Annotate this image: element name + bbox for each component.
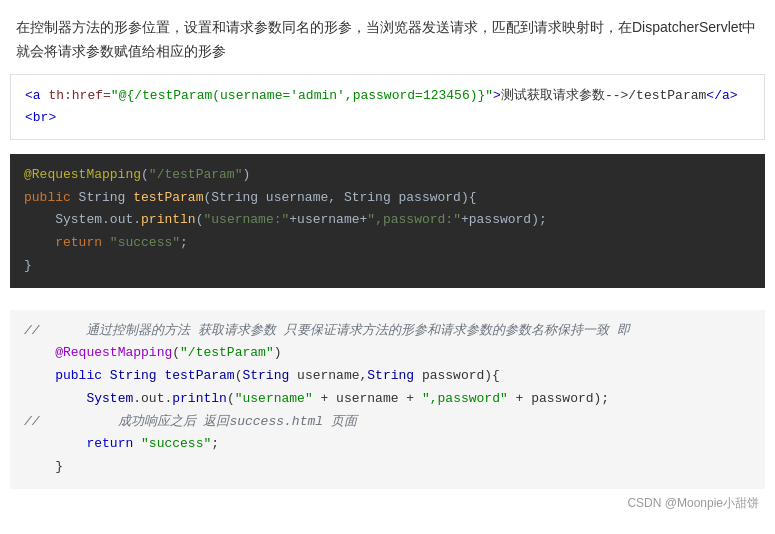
section-divider xyxy=(0,302,775,310)
request-mapping-ann: @RequestMapping xyxy=(55,345,172,360)
kw-public: public xyxy=(55,368,110,383)
println-method: println xyxy=(141,212,196,227)
str1: "username:" xyxy=(203,212,289,227)
code-line-1: @RequestMapping("/testParam") xyxy=(24,164,751,187)
keyword-public: public xyxy=(24,190,79,205)
return-semi: ; xyxy=(211,436,219,451)
str-username: "username" xyxy=(235,391,313,406)
system-class: System xyxy=(55,212,102,227)
code-line-2: public String testParam(String username,… xyxy=(24,187,751,210)
ret-type: String xyxy=(110,368,165,383)
method-sig-line: public String testParam(String username,… xyxy=(24,365,751,388)
code-line-3: System.out.println("username:"+username+… xyxy=(24,209,751,232)
semicolon: ; xyxy=(180,235,188,250)
str2: ",password:" xyxy=(367,212,461,227)
code-block-java-dark: @RequestMapping("/testParam") public Str… xyxy=(10,154,765,288)
code-line-4: return "success"; xyxy=(24,232,751,255)
watermark: CSDN @Moonpie小甜饼 xyxy=(0,489,775,516)
str-password: ",password" xyxy=(422,391,508,406)
type-string: String xyxy=(79,190,134,205)
plain2: ) xyxy=(242,167,250,182)
param-type1: String xyxy=(211,190,266,205)
param-name1: username, xyxy=(266,190,344,205)
keyword-return: return xyxy=(55,235,110,250)
annotation: @RequestMapping xyxy=(24,167,141,182)
dot2: . xyxy=(133,212,141,227)
indent-method xyxy=(24,368,55,383)
println-lt: println xyxy=(172,391,227,406)
param-n1: username, xyxy=(297,368,367,383)
plus-lt1: + username + xyxy=(313,391,422,406)
plus1: +username+ xyxy=(289,212,367,227)
indent-println xyxy=(24,391,86,406)
intro-text: 在控制器方法的形参位置，设置和请求参数同名的形参，当浏览器发送请求，匹配到请求映… xyxy=(16,16,759,64)
code-block-html: <a th:href="@{/testParam(username='admin… xyxy=(10,74,765,140)
return-line: return "success"; xyxy=(24,433,751,456)
comment-text-1: // 通过控制器的方法 获取请求参数 只要保证请求方法的形参和请求参数的参数名称… xyxy=(24,323,630,338)
link-text: 测试获取请求参数-->/testParam xyxy=(501,88,706,103)
closing-brace-line: } xyxy=(24,456,751,479)
string: "/testParam" xyxy=(149,167,243,182)
intro-text-section: 在控制器方法的形参位置，设置和请求参数同名的形参，当浏览器发送请求，匹配到请求映… xyxy=(0,10,775,74)
dot1: . xyxy=(102,212,110,227)
watermark-text: CSDN @Moonpie小甜饼 xyxy=(627,496,759,510)
comment-text-2: // 成功响应之后 返回success.html 页面 xyxy=(24,414,357,429)
plain: ( xyxy=(141,167,149,182)
param-t2: String xyxy=(367,368,422,383)
code-line-5: } xyxy=(24,255,751,278)
html-tag-open: <a xyxy=(25,88,48,103)
system-lt: System xyxy=(86,391,133,406)
param-name2: password){ xyxy=(398,190,476,205)
param-n2: password){ xyxy=(422,368,500,383)
ann-value: "/testParam" xyxy=(180,345,274,360)
brace-close: } xyxy=(24,258,32,273)
html-tag-close: </a> xyxy=(706,88,737,103)
html-tag-close-start: > xyxy=(493,88,501,103)
comment-line-1: // 通过控制器的方法 获取请求参数 只要保证请求方法的形参和请求参数的参数名称… xyxy=(24,320,751,343)
attr-th-href-value: "@{/testParam(username='admin',password=… xyxy=(111,88,493,103)
indent-brace xyxy=(24,459,55,474)
println-paren: ( xyxy=(227,391,235,406)
method-name: testParam xyxy=(133,190,203,205)
comment-line-2: // 成功响应之后 返回success.html 页面 xyxy=(24,411,751,434)
out: out xyxy=(110,212,133,227)
indent-ann xyxy=(24,345,55,360)
method-testparam: testParam xyxy=(164,368,234,383)
html-br: <br> xyxy=(25,110,56,125)
indent-return xyxy=(24,436,86,451)
param-t1: String xyxy=(242,368,297,383)
code-block-java-light: // 通过控制器的方法 获取请求参数 只要保证请求方法的形参和请求参数的参数名称… xyxy=(10,310,765,489)
return-val: "success" xyxy=(110,235,180,250)
page-container: 在控制器方法的形参位置，设置和请求参数同名的形参，当浏览器发送请求，匹配到请求映… xyxy=(0,0,775,526)
param-type2: String xyxy=(344,190,399,205)
ann-paren: ( xyxy=(172,345,180,360)
return-string: "success" xyxy=(141,436,211,451)
plus-lt2: + password); xyxy=(508,391,609,406)
kw-return: return xyxy=(86,436,141,451)
dot-lt1: . xyxy=(133,391,141,406)
ann-paren-close: ) xyxy=(274,345,282,360)
indent1 xyxy=(24,212,55,227)
println-line: System.out.println("username" + username… xyxy=(24,388,751,411)
attr-th-href: th:href= xyxy=(48,88,110,103)
closing-brace: } xyxy=(55,459,63,474)
indent2 xyxy=(24,235,55,250)
out-lt: out xyxy=(141,391,164,406)
annotation-line: @RequestMapping("/testParam") xyxy=(24,342,751,365)
plus2: +password); xyxy=(461,212,547,227)
